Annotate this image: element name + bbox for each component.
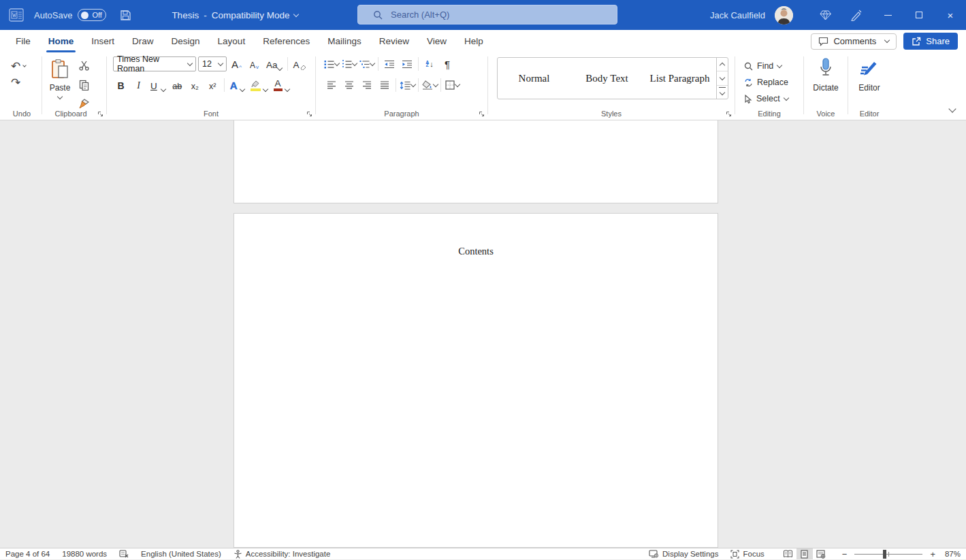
focus-mode-button[interactable]: Focus — [724, 548, 770, 559]
styles-more-button[interactable] — [717, 85, 728, 99]
bullets-button[interactable] — [323, 56, 340, 71]
tab-references[interactable]: References — [254, 30, 319, 52]
text-effects-button[interactable]: A — [228, 78, 246, 93]
subscript-button[interactable]: x₂ — [187, 78, 203, 93]
align-right-button[interactable] — [359, 78, 375, 93]
save-icon[interactable] — [116, 0, 135, 30]
tab-mailings[interactable]: Mailings — [319, 30, 370, 52]
tab-file[interactable]: File — [7, 30, 39, 52]
comments-button[interactable]: Comments — [811, 33, 897, 50]
font-color-button[interactable]: A — [272, 78, 291, 93]
style-normal[interactable]: Normal — [498, 58, 570, 99]
premium-diamond-icon[interactable] — [809, 0, 841, 30]
redo-button[interactable]: ↷ — [11, 74, 34, 90]
borders-button[interactable] — [444, 78, 460, 93]
zoom-out-button[interactable]: − — [840, 549, 850, 559]
avatar[interactable] — [775, 6, 793, 24]
tab-help[interactable]: Help — [455, 30, 492, 52]
bold-button[interactable]: B — [113, 78, 129, 93]
copy-button[interactable] — [76, 77, 92, 93]
styles-scroll-down-button[interactable] — [717, 71, 728, 84]
cut-button[interactable] — [76, 58, 92, 73]
tab-draw[interactable]: Draw — [123, 30, 163, 52]
editor-button[interactable]: Editor — [858, 58, 880, 93]
language-indicator[interactable]: English (United States) — [135, 548, 227, 559]
chevron-down-icon — [784, 95, 789, 100]
change-case-button[interactable]: Aa — [264, 56, 284, 71]
line-spacing-button[interactable] — [399, 78, 415, 93]
autosave-control[interactable]: AutoSave Off — [34, 9, 106, 21]
tab-layout[interactable]: Layout — [209, 30, 255, 52]
underline-button[interactable]: U — [148, 78, 167, 93]
text-highlight-button[interactable] — [248, 78, 270, 93]
page-number-indicator[interactable]: Page 4 of 64 — [5, 548, 56, 559]
zoom-in-button[interactable]: + — [928, 549, 937, 559]
italic-button[interactable]: I — [131, 78, 146, 93]
tab-home[interactable]: Home — [39, 30, 83, 52]
maximize-button[interactable] — [903, 0, 935, 30]
chevron-down-icon — [370, 60, 375, 65]
replace-button[interactable]: Replace — [744, 74, 801, 90]
word-count-indicator[interactable]: 19880 words — [56, 548, 113, 559]
inking-pen-icon[interactable] — [841, 0, 872, 30]
shrink-font-button[interactable]: Av — [246, 56, 262, 71]
font-dialog-launcher[interactable] — [306, 111, 312, 117]
font-size-select[interactable]: 12 — [198, 56, 227, 71]
borders-icon — [445, 80, 455, 90]
tab-insert[interactable]: Insert — [82, 30, 123, 52]
clipboard-dialog-launcher[interactable] — [97, 111, 103, 117]
font-family-select[interactable]: Times New Roman — [113, 56, 196, 71]
display-settings-button[interactable]: Display Settings — [643, 548, 724, 559]
multilevel-list-button[interactable] — [359, 56, 375, 71]
proofing-errors-icon[interactable] — [113, 548, 135, 559]
justify-button[interactable] — [376, 78, 393, 93]
styles-scroll-up-button[interactable] — [717, 58, 728, 71]
tab-view[interactable]: View — [418, 30, 455, 52]
undo-button[interactable]: ↶ — [11, 58, 34, 74]
print-layout-view-button[interactable] — [796, 548, 813, 559]
align-center-button[interactable] — [341, 78, 357, 93]
find-button[interactable]: Find — [744, 58, 801, 74]
search-input[interactable]: Search (Alt+Q) — [357, 5, 617, 24]
italic-glyph: I — [137, 80, 140, 91]
show-formatting-button[interactable]: ¶ — [439, 56, 455, 71]
zoom-slider[interactable] — [854, 554, 922, 555]
align-left-button[interactable] — [323, 78, 340, 93]
web-layout-view-button[interactable] — [813, 548, 829, 559]
minimize-button[interactable] — [872, 0, 903, 30]
sort-button[interactable]: AZ ↓ — [421, 56, 438, 71]
user-name[interactable]: Jack Caulfield — [710, 10, 765, 20]
clear-formatting-button[interactable]: A — [291, 56, 308, 71]
read-mode-view-button[interactable] — [780, 548, 796, 559]
document-page-previous[interactable] — [234, 120, 718, 203]
tab-design[interactable]: Design — [163, 30, 209, 52]
accessibility-indicator[interactable]: Accessibility: Investigate — [227, 548, 337, 559]
select-button[interactable]: Select — [744, 90, 801, 107]
grow-font-button[interactable]: A^ — [229, 56, 244, 71]
status-bar: Page 4 of 64 19880 words English (United… — [0, 548, 966, 559]
numbering-button[interactable] — [341, 56, 357, 71]
shading-button[interactable] — [421, 78, 438, 93]
zoom-slider-handle[interactable] — [883, 550, 886, 559]
autosave-toggle[interactable]: Off — [78, 9, 106, 21]
document-canvas[interactable]: Contents — [0, 120, 966, 548]
increase-indent-button[interactable] — [399, 56, 415, 71]
word-app-icon[interactable] — [8, 7, 25, 22]
paragraph-dialog-launcher[interactable] — [479, 111, 485, 117]
styles-dialog-launcher[interactable] — [726, 111, 732, 117]
zoom-level-indicator[interactable]: 87% — [937, 550, 961, 558]
close-button[interactable]: × — [935, 0, 966, 30]
collapse-ribbon-button[interactable] — [950, 102, 955, 114]
dictate-button[interactable]: Dictate — [813, 58, 838, 93]
document-page-current[interactable]: Contents — [234, 213, 718, 548]
document-title[interactable]: Thesis - Compatibility Mode — [172, 10, 298, 20]
decrease-indent-button[interactable] — [381, 56, 398, 71]
contents-heading[interactable]: Contents — [234, 246, 718, 257]
superscript-button[interactable]: x² — [205, 78, 221, 93]
strikethrough-button[interactable]: ab — [170, 78, 185, 93]
style-body-text[interactable]: Body Text — [570, 58, 643, 99]
style-list-paragraph[interactable]: List Paragraph — [643, 58, 716, 99]
share-button[interactable]: Share — [903, 33, 958, 50]
styles-gallery-scroll — [716, 58, 728, 99]
tab-review[interactable]: Review — [370, 30, 418, 52]
